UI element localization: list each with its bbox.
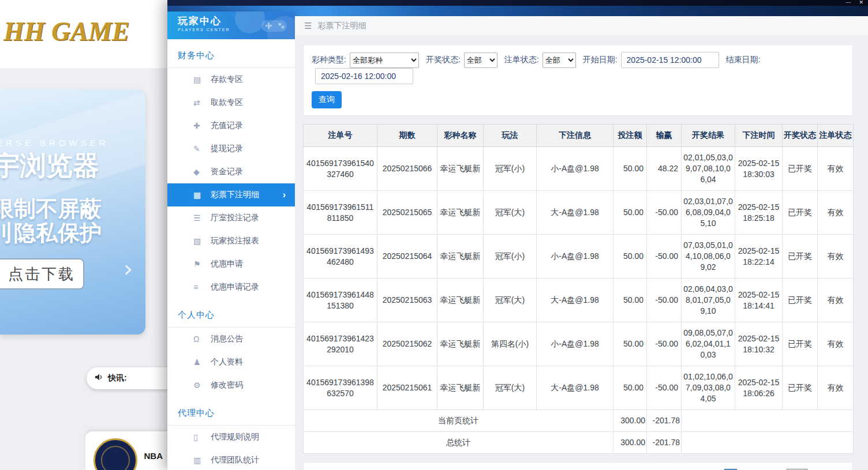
order-status-select[interactable]: 全部	[542, 52, 576, 68]
sidebar-subtitle: PLAYERS CENTER	[178, 28, 295, 32]
sidebar-item-label: 代理规则说明	[211, 432, 259, 442]
cell-play-type: 第四名(小)	[484, 322, 537, 366]
end-date-input[interactable]	[315, 68, 413, 84]
banner-eyebrow: ERSE BROWSER	[0, 138, 109, 148]
cell-order-status: 有效	[818, 191, 854, 235]
cell-bet-id: 401569173961540327460	[304, 147, 377, 191]
cell-bet-id: 401569173961493462480	[304, 235, 377, 279]
sidebar-item-label: 个人资料	[211, 357, 243, 367]
site-logo: HH GAME	[3, 16, 130, 47]
sidebar-item-profile[interactable]: ♟ 个人资料	[167, 351, 295, 374]
query-button[interactable]: 查询	[312, 91, 342, 108]
start-date-label: 开始日期:	[583, 55, 618, 65]
cell-bet-info: 小-A盘@1.98	[537, 322, 613, 366]
banner-next-icon[interactable]: ›	[124, 255, 133, 282]
sidebar-item-label: 消息公告	[211, 334, 243, 344]
sidebar-item-player-bet-report[interactable]: ▧ 玩家投注报表	[167, 230, 295, 253]
header-order-status: 注单状态	[818, 125, 854, 147]
window-titlebar: — ✕	[167, 0, 868, 6]
summary-page-winloss: -201.78	[647, 410, 682, 432]
menu-icon[interactable]: ☰	[304, 21, 312, 31]
sidebar-item-withdraw-records[interactable]: ✎ 提现记录	[167, 137, 295, 160]
cell-draw-status: 已开奖	[783, 322, 818, 366]
screen: HH GAME ERSE BROWSER 宇浏览器 限制不屏蔽 刂隐私保护 点击…	[0, 0, 868, 470]
withdraw-icon: ⇄	[193, 98, 211, 107]
sidebar-item-funds-records[interactable]: ◆ 资金记录	[167, 160, 295, 183]
sidebar-item-lottery-bet-details[interactable]: ▦ 彩票下注明细 ›	[167, 183, 295, 206]
cell-lottery-name: 幸运飞艇新	[437, 279, 484, 322]
table-header-row: 注单号 期数 彩种名称 玩法 下注信息 投注额 输赢 开奖结果 下注时间 开奖状…	[304, 125, 854, 147]
sidebar-item-deposit-zone[interactable]: ▤ 存款专区	[167, 68, 295, 91]
download-button[interactable]: 点击下载	[0, 258, 84, 289]
cell-period: 20250215063	[377, 279, 437, 322]
cell-bet-amount: 50.00	[613, 147, 647, 191]
sidebar-item-label: 代理团队统计	[211, 455, 259, 465]
cell-bet-id: 401569173961448151380	[304, 279, 377, 322]
sidebar-header: 玩家中心 PLAYERS CENTER	[167, 12, 295, 39]
order-status-label: 注单状态:	[504, 55, 539, 65]
sidebar-item-promo-apply-records[interactable]: ≡ 优惠申请记录	[167, 276, 295, 299]
minimize-icon[interactable]: —	[845, 0, 851, 5]
page-title: 彩票下注明细	[317, 21, 366, 31]
sidebar-item-recharge-records[interactable]: ✚ 充值记录	[167, 114, 295, 137]
draw-status-select[interactable]: 全部	[464, 52, 497, 68]
funds-icon: ◆	[193, 167, 211, 176]
sidebar-item-agent-rules[interactable]: ▯ 代理规则说明	[167, 426, 295, 449]
table-row: 401569173961493462480 20250215064 幸运飞艇新 …	[304, 235, 854, 279]
sidebar-item-change-password[interactable]: ⚙ 修改密码	[167, 374, 295, 397]
main-content: ☰ 彩票下注明细 彩种类型: 全部彩种 开奖状态: 全部 注单状态: 全部 开始…	[295, 16, 868, 470]
filter-bar: 彩种类型: 全部彩种 开奖状态: 全部 注单状态: 全部 开始日期: 结束日期:…	[303, 44, 853, 116]
cell-bet-info: 小-A盘@1.98	[537, 235, 613, 279]
deposit-icon: ▤	[193, 75, 211, 84]
header-bet-amount: 投注额	[613, 125, 647, 147]
cell-lottery-name: 幸运飞艇新	[437, 235, 484, 279]
cell-bet-time: 2025-02-15 18:06:26	[735, 366, 783, 410]
cell-period: 20250215064	[377, 235, 437, 279]
sidebar-item-label: 修改密码	[211, 380, 243, 390]
sidebar-item-hall-bet-records[interactable]: ☰ 厅室投注记录	[167, 206, 295, 230]
header-lottery-name: 彩种名称	[437, 125, 484, 147]
recharge-icon: ✚	[193, 121, 211, 130]
cell-draw-status: 已开奖	[783, 235, 818, 279]
lottery-type-select[interactable]: 全部彩种	[350, 52, 419, 68]
sidebar: 玩家中心 PLAYERS CENTER 财务中心 ▤ 存款专区 ⇄ 取款专区 ✚…	[167, 12, 295, 470]
app-window: — ✕ 玩家中心 PLAYERS CENTER 财务中心 ▤ 存款专区 ⇄	[167, 0, 868, 470]
sidebar-item-agent-team-stats[interactable]: ▥ 代理团队统计	[167, 449, 295, 470]
summary-page-label: 当前页统计	[304, 410, 613, 432]
header-win-loss: 输赢	[647, 125, 682, 147]
sidebar-item-messages[interactable]: Ω 消息公告	[167, 328, 295, 351]
sidebar-title: 玩家中心	[178, 15, 295, 28]
cell-lottery-name: 幸运飞艇新	[437, 366, 484, 410]
draw-status-label: 开奖状态:	[426, 55, 461, 65]
nba-card[interactable]: NBA	[85, 431, 167, 470]
sidebar-item-label: 资金记录	[211, 167, 243, 177]
header-play-type: 玩法	[484, 125, 537, 147]
header-draw-result: 开奖结果	[682, 125, 735, 147]
start-date-input[interactable]	[621, 52, 719, 68]
summary-page-bet: 300.00	[613, 410, 647, 432]
close-icon[interactable]: ✕	[859, 0, 863, 5]
header-bet-info: 下注信息	[537, 125, 613, 147]
table-row: 401569173961398632570 20250215061 幸运飞艇新 …	[304, 366, 854, 410]
cell-play-type: 冠军(小)	[484, 235, 537, 279]
stats-icon: ▥	[193, 456, 211, 465]
cell-bet-info: 大-A盘@1.98	[537, 191, 613, 235]
section-title-agent: 代理中心	[167, 406, 295, 425]
cell-bet-info: 大-A盘@1.98	[537, 366, 613, 410]
breadcrumb: ☰ 彩票下注明细	[295, 16, 868, 36]
promo-banner: ERSE BROWSER 宇浏览器 限制不屏蔽 刂隐私保护 点击下载 ›	[0, 89, 145, 334]
cell-period: 20250215062	[377, 322, 437, 366]
user-icon: ♟	[193, 358, 211, 367]
section-title-finance: 财务中心	[167, 48, 295, 67]
sidebar-item-withdraw-zone[interactable]: ⇄ 取款专区	[167, 91, 295, 114]
table-row: 401569173961423292010 20250215062 幸运飞艇新 …	[304, 322, 854, 366]
sidebar-item-promo-apply[interactable]: ⚑ 优惠申请	[167, 253, 295, 276]
sidebar-item-label: 玩家投注报表	[211, 236, 259, 246]
gamepad-icon	[260, 17, 288, 36]
banner-line3: 刂隐私保护	[0, 219, 102, 248]
nba-team-logo	[93, 438, 137, 470]
bell-icon: Ω	[193, 334, 211, 344]
summary-total-winloss: -201.78	[647, 432, 682, 454]
cell-draw-status: 已开奖	[783, 147, 818, 191]
cell-bet-info: 小-A盘@1.98	[537, 147, 613, 191]
